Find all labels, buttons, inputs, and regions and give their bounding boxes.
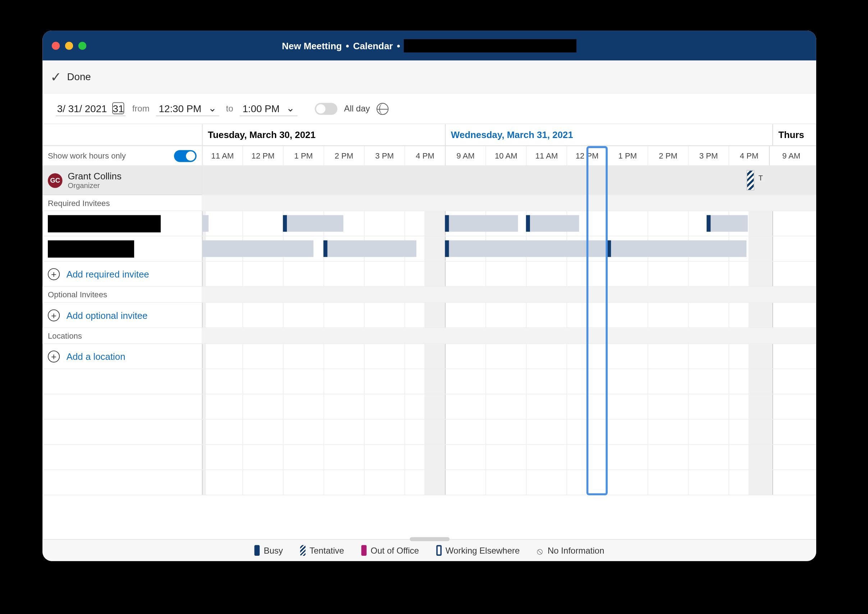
title-part-1: New Meetting [282,40,342,51]
locations-header: Locations [42,328,202,344]
busy-block[interactable] [445,215,518,231]
day-header-1[interactable]: Wednesday, March 31, 2021 [445,124,772,145]
grid-row-required-header [202,195,816,211]
legend-ooo: Out of Office [361,545,419,556]
calendar-icon[interactable]: 31 [112,102,124,114]
legend-tentative: Tentative [300,545,344,556]
optional-header: Optional Invitees [42,287,202,303]
busy-block[interactable] [445,240,607,257]
busy-block[interactable] [202,215,208,231]
avatar: GC [48,173,62,188]
required-invitee-1[interactable] [42,211,202,236]
tentative-icon [300,545,306,556]
drag-handle-icon[interactable] [410,537,449,541]
required-invitee-2[interactable] [42,237,202,262]
all-day-toggle[interactable] [315,102,337,114]
scheduling-assistant-window: New Meetting • Calendar • ✓ Done 3/ 31/ … [42,31,816,561]
hour-label: 1 PM [607,146,648,165]
hour-label: 11 AM [526,146,567,165]
hour-label: 10 AM [485,146,526,165]
from-label: from [132,104,149,113]
checkmark-icon[interactable]: ✓ [50,69,62,84]
required-header: Required Invitees [42,195,202,211]
add-required-row[interactable]: + Add required invitee [42,262,202,287]
work-hours-row: Show work hours only [42,146,202,166]
busy-block[interactable] [323,240,416,257]
busy-block[interactable] [283,215,343,231]
start-time-field[interactable]: 12:30 PM ⌄ [156,101,219,116]
legend-we: Working Elsewhere [436,545,520,556]
close-icon[interactable] [52,41,60,49]
legend: Busy Tentative Out of Office Working Els… [42,539,816,561]
to-label: to [226,104,233,113]
busy-block[interactable] [607,240,747,257]
add-optional-label: Add optional invitee [67,310,148,321]
window-controls [52,41,86,49]
organizer-name: Grant Collins [68,171,121,181]
timezone-icon[interactable] [376,102,388,114]
organizer-role: Organizer [68,181,121,189]
availability-grid[interactable]: Tuesday, March 30, 2021 Wednesday, March… [202,124,816,539]
day-header-2[interactable]: Thurs [772,124,816,145]
busy-block[interactable] [202,240,313,257]
add-location-label: Add a location [67,351,126,362]
legend-busy: Busy [255,545,283,556]
title-account-redacted [404,39,577,52]
done-button[interactable]: Done [67,71,91,82]
redacted-name [48,240,134,257]
end-time-field[interactable]: 1:00 PM ⌄ [240,101,297,116]
maximize-icon[interactable] [78,41,86,49]
grid-body: T [202,166,816,495]
grid-row-required-1[interactable] [202,211,816,236]
titlebar: New Meetting • Calendar • [42,31,816,60]
hour-headers: 11 AM 12 PM 1 PM 2 PM 3 PM 4 PM 9 AM 10 … [202,146,816,166]
grid-row-empty [202,445,816,470]
plus-icon: + [48,268,60,280]
date-field[interactable]: 3/ 31/ 2021 31 [56,101,126,116]
add-location-row[interactable]: + Add a location [42,344,202,369]
grid-row-add-optional [202,303,816,328]
window-title: New Meetting • Calendar • [42,39,816,52]
hour-label: 2 PM [323,146,364,165]
hour-label: 12 PM [242,146,283,165]
busy-block[interactable] [707,215,748,231]
busy-icon [255,545,260,556]
add-optional-row[interactable]: + Add optional invitee [42,303,202,328]
hour-label: 11 AM [202,146,242,165]
chevron-down-icon: ⌄ [286,102,295,114]
all-day-label: All day [344,104,370,113]
grid-row-required-2[interactable] [202,237,816,262]
hour-label: 4 PM [405,146,445,165]
tentative-letter: T [756,174,765,182]
grid-row-organizer[interactable]: T [202,166,816,195]
grid-row-locations-header [202,328,816,344]
plus-icon: + [48,350,60,362]
busy-block[interactable] [526,215,579,231]
grid-row-empty [202,470,816,495]
minimize-icon[interactable] [65,41,73,49]
work-hours-toggle[interactable] [174,150,197,161]
grid-row-empty [202,420,816,445]
hour-label: 1 PM [283,146,324,165]
date-row: 3/ 31/ 2021 31 from 12:30 PM ⌄ to 1:00 P… [42,93,816,124]
grid-row-optional-header [202,287,816,303]
tentative-block[interactable] [747,170,755,191]
title-part-2: Calendar [353,40,393,51]
date-value: 3/ 31/ 2021 [57,102,107,113]
add-required-label: Add required invitee [67,268,149,279]
day-header-0[interactable]: Tuesday, March 30, 2021 [202,124,445,145]
organizer-row[interactable]: GC Grant Collins Organizer [42,166,202,195]
no-info-icon: ⦸ [537,546,543,555]
work-hours-label: Show work hours only [48,151,126,160]
grid-row-empty [202,369,816,394]
hour-label: 4 PM [728,146,769,165]
chevron-down-icon: ⌄ [208,102,217,114]
hour-label: 9 AM [445,146,485,165]
attendee-panel: Show work hours only GC Grant Collins Or… [42,124,202,539]
main-area: Show work hours only GC Grant Collins Or… [42,124,816,539]
day-headers: Tuesday, March 30, 2021 Wednesday, March… [202,124,816,146]
redacted-name [48,215,161,232]
hour-label: 3 PM [364,146,405,165]
hour-label: 2 PM [648,146,688,165]
empty-rows [42,369,202,539]
